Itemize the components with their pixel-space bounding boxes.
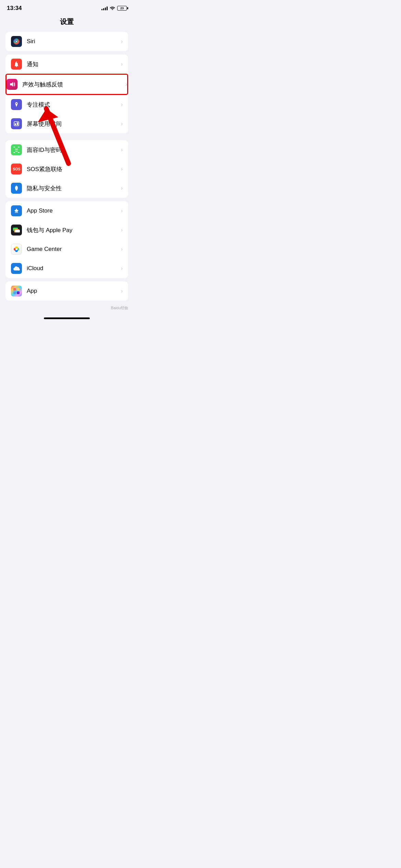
svg-rect-31 <box>13 291 16 294</box>
app-icon <box>11 286 22 297</box>
faceid-label: 面容ID与密码 <box>27 146 118 154</box>
sounds-label: 声效与触感反馈 <box>22 81 123 88</box>
svg-point-18 <box>17 149 18 149</box>
settings-row-screentime[interactable]: 屏幕使用时间 › <box>5 114 128 133</box>
wallet-label: 钱包与 Apple Pay <box>27 226 118 234</box>
focus-label: 专注模式 <box>27 101 118 109</box>
icloud-icon <box>11 263 22 274</box>
chevron-icon: › <box>121 166 123 172</box>
settings-row-app[interactable]: App › <box>5 281 128 301</box>
siri-label: Siri <box>27 38 118 45</box>
status-bar: 13:34 23 <box>0 0 134 14</box>
chevron-icon: › <box>121 265 123 272</box>
svg-point-28 <box>15 248 17 250</box>
svg-rect-13 <box>13 147 15 147</box>
chevron-icon: › <box>121 38 123 45</box>
svg-point-2 <box>16 41 17 42</box>
settings-group-app: App › <box>5 281 128 301</box>
gamecenter-icon <box>11 244 22 255</box>
svg-rect-29 <box>13 288 16 291</box>
settings-row-sounds[interactable]: 声效与触感反馈 › <box>5 75 128 94</box>
chevron-icon: › <box>121 121 123 127</box>
settings-row-privacy[interactable]: 隐私与安全性 › <box>5 179 128 198</box>
page-title-bar: 设置 <box>0 14 134 32</box>
sos-icon: SOS <box>11 164 22 174</box>
chevron-icon: › <box>121 208 123 214</box>
privacy-icon <box>11 183 22 194</box>
chevron-icon: › <box>121 246 123 252</box>
privacy-label: 隐私与安全性 <box>27 184 118 192</box>
screentime-label: 屏幕使用时间 <box>27 120 118 128</box>
settings-group-siri: Siri › <box>5 32 128 51</box>
settings-row-icloud[interactable]: iCloud › <box>5 259 128 278</box>
settings-group-services: App Store › 钱包与 Apple Pay › Game Center … <box>5 201 128 278</box>
chevron-icon: › <box>125 81 127 87</box>
battery-icon: 23 <box>117 6 127 11</box>
sos-label: SOS紧急联络 <box>27 165 118 173</box>
page-title: 设置 <box>60 18 74 25</box>
svg-rect-12 <box>17 122 18 125</box>
settings-group-focus-screentime: 专注模式 › 屏幕使用时间 › <box>5 95 128 133</box>
wifi-icon <box>110 5 115 11</box>
notifications-label: 通知 <box>27 60 118 68</box>
chevron-icon: › <box>121 288 123 294</box>
svg-rect-32 <box>17 291 20 294</box>
appstore-label: App Store <box>27 207 118 214</box>
svg-rect-14 <box>18 147 20 147</box>
highlighted-sounds-row[interactable]: 声效与触感反馈 › <box>5 74 128 95</box>
svg-rect-16 <box>18 152 20 153</box>
svg-rect-23 <box>15 230 20 232</box>
svg-rect-11 <box>15 123 16 125</box>
settings-group-notifications-top: ! 通知 › <box>5 55 128 74</box>
svg-rect-3 <box>16 66 17 67</box>
settings-row-sos[interactable]: SOS SOS紧急联络 › <box>5 159 128 179</box>
chevron-icon: › <box>121 101 123 108</box>
focus-icon <box>11 99 22 110</box>
siri-icon <box>11 36 22 47</box>
status-time: 13:34 <box>7 5 22 12</box>
settings-row-notifications[interactable]: ! 通知 › <box>5 55 128 74</box>
home-bar <box>44 317 90 319</box>
wallet-icon <box>11 225 22 236</box>
notifications-icon: ! <box>11 59 22 70</box>
gamecenter-label: Game Center <box>27 246 118 253</box>
settings-group-security: 面容ID与密码 › SOS SOS紧急联络 › 隐私与安全性 › <box>5 140 128 198</box>
svg-text:!: ! <box>17 61 18 63</box>
svg-rect-15 <box>13 152 15 153</box>
chevron-icon: › <box>121 185 123 191</box>
svg-point-17 <box>15 149 16 149</box>
svg-rect-30 <box>17 288 20 291</box>
screentime-icon <box>11 118 22 129</box>
chevron-icon: › <box>121 147 123 153</box>
settings-row-wallet[interactable]: 钱包与 Apple Pay › <box>5 220 128 240</box>
status-icons: 23 <box>101 5 127 11</box>
app-label: App <box>27 288 118 294</box>
icloud-label: iCloud <box>27 265 118 272</box>
home-indicator <box>0 312 134 322</box>
settings-row-focus[interactable]: 专注模式 › <box>5 95 128 114</box>
faceid-icon <box>11 144 22 155</box>
settings-row-gamecenter[interactable]: Game Center › <box>5 240 128 259</box>
appstore-icon <box>11 205 22 216</box>
chevron-icon: › <box>121 61 123 67</box>
settings-row-faceid[interactable]: 面容ID与密码 › <box>5 140 128 159</box>
signal-icon <box>101 6 108 10</box>
watermark: Baidu经验 <box>0 304 134 312</box>
sounds-icon <box>7 79 17 90</box>
chevron-icon: › <box>121 227 123 233</box>
svg-point-9 <box>16 103 17 104</box>
settings-row-appstore[interactable]: App Store › <box>5 201 128 220</box>
settings-row-siri[interactable]: Siri › <box>5 32 128 51</box>
svg-marker-6 <box>10 82 13 87</box>
